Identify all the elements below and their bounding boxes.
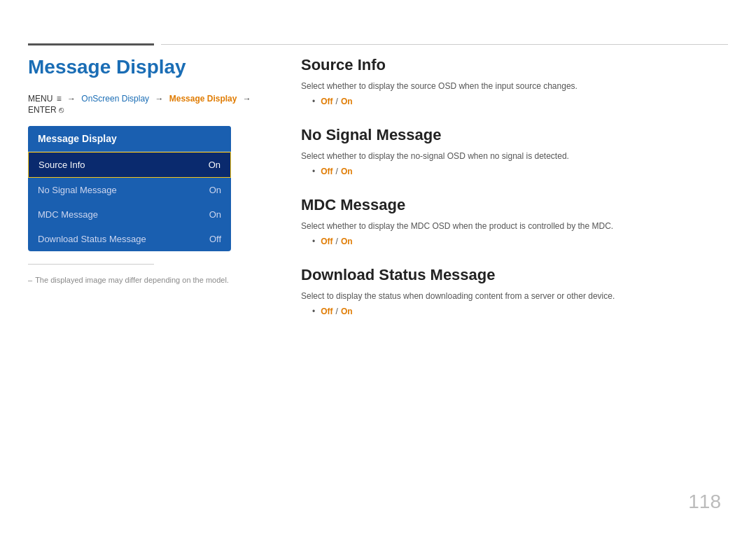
- option-off-4: Off: [321, 307, 332, 316]
- option-off-3: Off: [321, 237, 332, 246]
- section-download-option: Off / On: [301, 307, 728, 316]
- section-no-signal-title: No Signal Message: [301, 126, 728, 144]
- breadcrumb-arrow3: →: [240, 94, 253, 104]
- section-no-signal-desc: Select whether to display the no-signal …: [301, 150, 728, 162]
- menu-item-source-info-label: Source Info: [38, 160, 85, 170]
- left-divider: [28, 264, 154, 265]
- menu-item-download-value: Off: [209, 234, 221, 244]
- breadcrumb: MENU ≡ → OnScreen Display → Message Disp…: [28, 94, 266, 115]
- menu-item-download-label: Download Status Message: [38, 234, 146, 244]
- option-on-2: On: [341, 167, 353, 176]
- menu-item-no-signal[interactable]: No Signal Message On: [28, 178, 231, 202]
- breadcrumb-menu-icon: ≡: [54, 94, 61, 104]
- breadcrumb-menu: MENU: [28, 94, 52, 104]
- breadcrumb-enter: ENTER ⎋: [28, 105, 64, 115]
- top-line-dark: [28, 43, 154, 45]
- option-off-2: Off: [321, 167, 332, 176]
- breadcrumb-onscreen: OnScreen Display: [81, 94, 149, 104]
- section-mdc-title: MDC Message: [301, 196, 728, 214]
- note-text: The displayed image may differ depending…: [35, 276, 229, 284]
- breadcrumb-arrow1: →: [65, 94, 78, 104]
- right-panel: Source Info Select whether to display th…: [301, 56, 728, 336]
- section-source-info-desc: Select whether to display the source OSD…: [301, 80, 728, 92]
- left-panel: Message Display MENU ≡ → OnScreen Displa…: [28, 56, 266, 284]
- menu-box-header: Message Display: [28, 126, 231, 152]
- top-line: [28, 43, 728, 45]
- menu-item-source-info[interactable]: Source Info On: [28, 152, 231, 178]
- menu-item-mdc-label: MDC Message: [38, 209, 98, 220]
- section-download-title: Download Status Message: [301, 266, 728, 284]
- section-source-info-title: Source Info: [301, 56, 728, 74]
- menu-item-mdc[interactable]: MDC Message On: [28, 202, 231, 227]
- menu-item-download[interactable]: Download Status Message Off: [28, 227, 231, 251]
- menu-item-no-signal-label: No Signal Message: [38, 185, 117, 195]
- section-mdc: MDC Message Select whether to display th…: [301, 196, 728, 246]
- breadcrumb-arrow2: →: [153, 94, 166, 104]
- menu-item-source-info-value: On: [209, 160, 220, 170]
- option-on-1: On: [341, 97, 353, 106]
- section-source-info: Source Info Select whether to display th…: [301, 56, 728, 106]
- option-off-1: Off: [321, 97, 332, 106]
- page-title: Message Display: [28, 56, 266, 78]
- menu-item-no-signal-value: On: [209, 185, 221, 195]
- option-on-4: On: [341, 307, 353, 316]
- note: – The displayed image may differ dependi…: [28, 276, 266, 284]
- section-download: Download Status Message Select to displa…: [301, 266, 728, 316]
- menu-item-mdc-value: On: [209, 209, 221, 220]
- section-no-signal: No Signal Message Select whether to disp…: [301, 126, 728, 176]
- section-no-signal-option: Off / On: [301, 167, 728, 176]
- section-mdc-desc: Select whether to display the MDC OSD wh…: [301, 220, 728, 232]
- breadcrumb-message-display: Message Display: [169, 94, 237, 104]
- menu-box: Message Display Source Info On No Signal…: [28, 126, 231, 251]
- option-on-3: On: [341, 237, 353, 246]
- section-download-desc: Select to display the status when downlo…: [301, 290, 728, 302]
- top-line-light: [161, 44, 728, 45]
- section-source-info-option: Off / On: [301, 97, 728, 106]
- section-mdc-option: Off / On: [301, 237, 728, 246]
- page-number: 118: [688, 491, 721, 513]
